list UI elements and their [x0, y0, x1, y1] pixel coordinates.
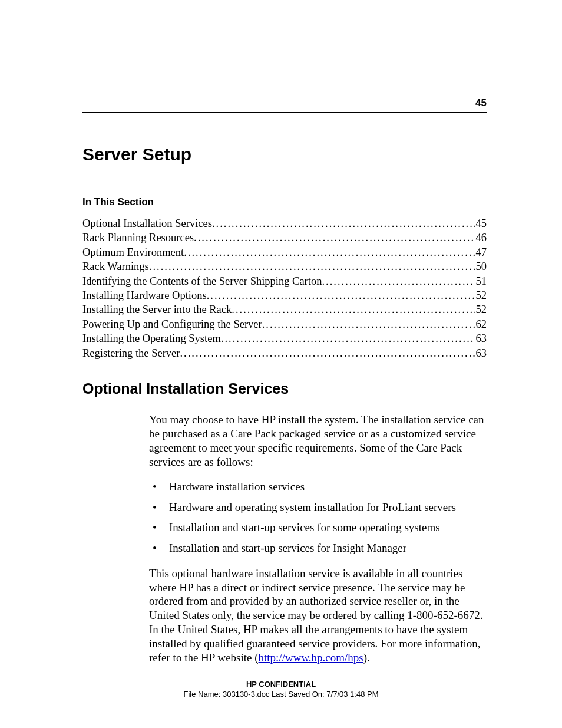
section-heading: Optional Installation Services [82, 380, 487, 397]
page-title: Server Setup [82, 144, 487, 164]
toc-leader-dots [180, 346, 474, 360]
toc-entry[interactable]: Optional Installation Services 45 [82, 216, 487, 230]
toc-entry[interactable]: Rack Planning Resources 46 [82, 230, 487, 245]
paragraph: You may choose to have HP install the sy… [149, 413, 487, 469]
toc-page: 46 [475, 230, 487, 245]
toc-page: 52 [475, 302, 487, 317]
toc-page: 45 [475, 216, 487, 230]
toc-leader-dots [194, 230, 474, 245]
toc-entry[interactable]: Optimum Environment 47 [82, 245, 487, 259]
toc-page: 63 [475, 331, 487, 345]
toc-leader-dots [149, 259, 475, 274]
in-this-section-heading: In This Section [82, 196, 487, 208]
page-footer: HP CONFIDENTIAL File Name: 303130-3.doc … [0, 679, 562, 700]
toc-leader-dots [184, 245, 474, 259]
list-item: Hardware installation services [149, 480, 487, 495]
toc-page: 63 [475, 346, 487, 360]
footer-confidential: HP CONFIDENTIAL [0, 679, 562, 690]
toc-entry[interactable]: Registering the Server 63 [82, 346, 487, 360]
toc-page: 47 [475, 245, 487, 259]
paragraph-text: This optional hardware installation serv… [149, 567, 483, 664]
toc-label: Identifying the Contents of the Server S… [82, 274, 322, 288]
toc-entry[interactable]: Installing the Operating System 63 [82, 331, 487, 345]
toc-label: Rack Warnings [82, 259, 149, 274]
toc-leader-dots [212, 216, 475, 230]
toc-page: 52 [475, 288, 487, 302]
footer-fileinfo: File Name: 303130-3.doc Last Saved On: 7… [0, 689, 562, 700]
toc-label: Optional Installation Services [82, 216, 212, 230]
paragraph-text: ). [363, 651, 370, 664]
list-item: Installation and start-up services for s… [149, 521, 487, 535]
toc-label: Installing the Operating System [82, 331, 221, 345]
list-item: Installation and start-up services for I… [149, 541, 487, 556]
toc-label: Registering the Server [82, 346, 180, 360]
toc-label: Installing the Server into the Rack [82, 302, 232, 317]
bullet-list: Hardware installation services Hardware … [149, 480, 487, 556]
toc-entry[interactable]: Installing Hardware Options 52 [82, 288, 487, 302]
toc-entry[interactable]: Rack Warnings 50 [82, 259, 487, 274]
toc-leader-dots [232, 302, 474, 317]
toc-leader-dots [207, 288, 475, 302]
document-page: 45 Server Setup In This Section Optional… [0, 0, 562, 665]
toc-entry[interactable]: Identifying the Contents of the Server S… [82, 274, 487, 288]
toc-entry[interactable]: Powering Up and Configuring the Server 6… [82, 317, 487, 331]
header-rule [82, 112, 487, 113]
toc-label: Installing Hardware Options [82, 288, 207, 302]
toc-label: Optimum Environment [82, 245, 184, 259]
list-item: Hardware and operating system installati… [149, 500, 487, 515]
paragraph: This optional hardware installation serv… [149, 566, 487, 666]
toc-leader-dots [221, 331, 475, 345]
toc-entry[interactable]: Installing the Server into the Rack 52 [82, 302, 487, 317]
hp-website-link[interactable]: http://www.hp.com/hps [259, 651, 363, 664]
toc-page: 62 [475, 317, 487, 331]
page-number: 45 [475, 97, 487, 109]
table-of-contents: Optional Installation Services 45 Rack P… [82, 216, 487, 360]
toc-leader-dots [262, 317, 475, 331]
toc-label: Powering Up and Configuring the Server [82, 317, 262, 331]
toc-leader-dots [322, 274, 474, 288]
toc-page: 50 [475, 259, 487, 274]
toc-label: Rack Planning Resources [82, 230, 194, 245]
toc-page: 51 [475, 274, 487, 288]
